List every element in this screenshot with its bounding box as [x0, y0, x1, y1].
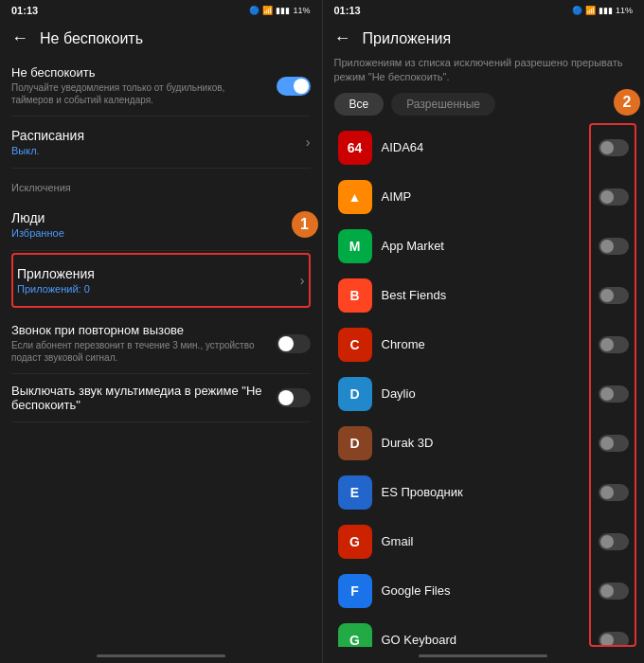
- app-icon: D: [338, 377, 372, 411]
- list-item: 64AIDA64: [327, 123, 641, 172]
- app-toggle[interactable]: [599, 336, 629, 353]
- schedule-value: Выкл.: [11, 145, 84, 156]
- app-toggle[interactable]: [599, 385, 629, 403]
- apps-description: Приложениям из списка исключений разреше…: [323, 56, 645, 93]
- people-title: Люди: [11, 210, 64, 225]
- app-name: Durak 3D: [382, 436, 590, 450]
- app-icon: 64: [338, 131, 372, 165]
- list-item: BBest Fiends: [327, 271, 641, 320]
- tab-allowed[interactable]: Разрешенные: [391, 93, 495, 116]
- apps-item[interactable]: Приложения Приложений: 0 ›: [13, 257, 309, 304]
- dnd-subtitle: Получайте уведомления только от будильни…: [11, 81, 267, 106]
- app-icon: B: [338, 278, 372, 313]
- list-item: FGoogle Files: [327, 566, 641, 616]
- people-text: Люди Избранное: [11, 210, 64, 239]
- filter-tab-area: Все Разрешенные 2: [323, 93, 645, 123]
- repeat-call-title: Звонок при повторном вызове: [11, 323, 267, 337]
- app-toggle[interactable]: [599, 533, 629, 550]
- list-item: MApp Market: [327, 222, 641, 271]
- app-name: Google Files: [382, 583, 590, 598]
- right-back-button[interactable]: ←: [334, 28, 351, 48]
- app-icon: D: [338, 426, 372, 460]
- app-icon: F: [338, 574, 372, 608]
- repeat-call-subtitle: Если абонент перезвонит в течение 3 мин.…: [11, 339, 267, 364]
- app-toggle[interactable]: [599, 484, 629, 501]
- mute-media-switch[interactable]: [277, 388, 311, 407]
- schedule-chevron: ›: [306, 134, 311, 150]
- app-toggle[interactable]: [599, 287, 629, 304]
- app-icon: G: [338, 623, 372, 647]
- list-item: CChrome: [327, 320, 641, 369]
- dnd-switch[interactable]: [277, 77, 311, 96]
- app-list: 64AIDA64▲AIMPMApp MarketBBest FiendsCChr…: [323, 123, 645, 647]
- left-phone-panel: 01:13 🔵 📶 ▮▮▮ 11% ← Не беспокоить Не бес…: [0, 0, 323, 663]
- app-icon: G: [338, 525, 372, 559]
- schedule-item[interactable]: Расписания Выкл. ›: [11, 116, 311, 169]
- list-item: GGmail: [327, 517, 641, 566]
- left-content: Не беспокоить Получайте уведомления толь…: [0, 56, 322, 647]
- badge-2: 2: [614, 89, 640, 116]
- apps-text: Приложения Приложений: 0: [17, 266, 95, 295]
- bluetooth-icon: 🔵: [249, 6, 259, 15]
- apps-highlight-box: Приложения Приложений: 0 ›: [11, 253, 311, 308]
- app-icon: C: [338, 328, 372, 362]
- app-icon: ▲: [338, 180, 372, 214]
- apps-chevron: ›: [300, 273, 305, 288]
- right-phone-panel: 01:13 🔵 📶 ▮▮▮ 11% ← Приложения Приложени…: [323, 0, 645, 663]
- app-toggle[interactable]: [599, 582, 629, 600]
- list-item: DDurak 3D: [327, 419, 641, 468]
- app-name: Chrome: [382, 337, 590, 351]
- badge-1: 1: [292, 211, 318, 238]
- app-toggle[interactable]: [599, 188, 629, 206]
- repeat-call-switch[interactable]: [277, 334, 311, 353]
- app-icon: E: [338, 475, 372, 510]
- left-top-bar: ← Не беспокоить: [0, 21, 322, 56]
- dnd-toggle-row: Не беспокоить Получайте уведомления толь…: [11, 56, 311, 116]
- schedule-title: Расписания: [11, 128, 84, 143]
- exceptions-header: Исключения: [11, 169, 311, 199]
- app-icon: M: [338, 229, 372, 263]
- app-name: Best Fiends: [382, 288, 590, 302]
- right-status-time: 01:13: [334, 5, 361, 16]
- app-toggle[interactable]: [599, 435, 629, 452]
- schedule-text: Расписания Выкл.: [11, 128, 84, 156]
- left-battery: 11%: [293, 6, 310, 15]
- mute-media-row: Выключать звук мультимедиа в режиме "Не …: [11, 374, 311, 422]
- right-status-bar: 01:13 🔵 📶 ▮▮▮ 11%: [323, 0, 645, 21]
- filter-tabs: Все Разрешенные: [334, 93, 496, 116]
- app-name: GO Keyboard: [382, 633, 590, 647]
- right-status-icons: 🔵 📶 ▮▮▮ 11%: [572, 6, 633, 15]
- right-bottom-divider: [419, 654, 547, 657]
- signal-icon: ▮▮▮: [276, 6, 290, 15]
- people-item[interactable]: Люди Избранное › 1: [11, 199, 311, 251]
- repeat-call-row: Звонок при повторном вызове Если абонент…: [11, 314, 311, 374]
- app-list-wrapper: 64AIDA64▲AIMPMApp MarketBBest FiendsCChr…: [323, 123, 645, 647]
- left-status-icons: 🔵 📶 ▮▮▮ 11%: [249, 6, 310, 15]
- list-item: DDaylio: [327, 369, 641, 419]
- people-value: Избранное: [11, 227, 64, 239]
- app-toggle[interactable]: [599, 632, 629, 647]
- apps-count: Приложений: 0: [17, 283, 95, 295]
- mute-media-info: Выключать звук мультимедиа в режиме "Не …: [11, 384, 277, 412]
- list-item: ▲AIMP: [327, 172, 641, 222]
- app-name: AIDA64: [382, 140, 590, 154]
- left-bottom-divider: [97, 654, 225, 657]
- list-item: EES Проводник: [327, 468, 641, 517]
- app-name: App Market: [382, 239, 590, 253]
- app-name: Daylio: [382, 386, 590, 401]
- app-name: ES Проводник: [382, 485, 590, 499]
- wifi-icon: 📶: [262, 6, 273, 15]
- left-back-button[interactable]: ←: [11, 28, 28, 48]
- repeat-call-info: Звонок при повторном вызове Если абонент…: [11, 323, 277, 364]
- app-toggle[interactable]: [599, 139, 629, 156]
- app-name: Gmail: [382, 534, 590, 548]
- app-toggle[interactable]: [599, 238, 629, 255]
- right-page-title: Приложения: [363, 30, 452, 47]
- left-page-title: Не беспокоить: [40, 30, 143, 47]
- mute-media-title: Выключать звук мультимедиа в режиме "Не …: [11, 384, 267, 412]
- left-status-time: 01:13: [11, 5, 38, 16]
- tab-all[interactable]: Все: [334, 93, 385, 116]
- right-wifi-icon: 📶: [585, 6, 596, 15]
- right-battery: 11%: [616, 6, 633, 15]
- left-status-bar: 01:13 🔵 📶 ▮▮▮ 11%: [0, 0, 322, 21]
